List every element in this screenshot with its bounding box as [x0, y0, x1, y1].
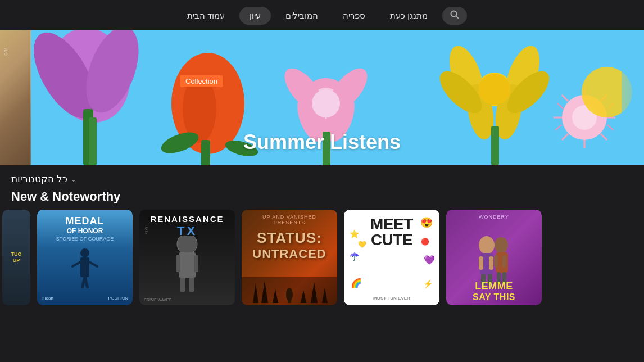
podcasts-row: TUOUP MEDAL OF — [0, 210, 644, 305]
search-icon — [450, 10, 459, 21]
svg-point-46 — [80, 248, 89, 257]
svg-point-72 — [495, 237, 508, 253]
svg-rect-9 — [201, 140, 210, 165]
svg-rect-54 — [176, 255, 180, 272]
nav-item-movies[interactable]: המובילים — [275, 7, 328, 25]
nav-item-library[interactable]: ספריה — [333, 7, 375, 25]
svg-marker-63 — [301, 290, 306, 303]
nav-item-home[interactable]: עמוד הבית — [177, 7, 235, 25]
categories-label: כל הקטגוריות — [11, 173, 67, 185]
hero-title-block: Summer Listens — [210, 130, 434, 154]
nav-item-browse[interactable]: עיון — [239, 7, 271, 25]
search-button[interactable] — [442, 7, 467, 25]
svg-marker-64 — [311, 282, 318, 303]
svg-rect-75 — [502, 255, 506, 268]
svg-marker-59 — [261, 280, 268, 303]
podcast-thumb-lemme-say-this: WONDERY — [446, 210, 542, 305]
svg-marker-60 — [273, 289, 278, 303]
svg-rect-53 — [179, 252, 196, 278]
svg-line-50 — [72, 262, 80, 266]
categories-chevron: ⌄ — [71, 175, 76, 183]
podcast-card-status-untraced[interactable]: UP AND VANISHED PRESENTS STATUS: UNTRACE… — [242, 210, 337, 305]
podcast-thumb-meet-cute: MEET CUTE 😍 ⭐ 💜 ☂️ 🌈 ⚡ 🔴 💛 MOST FUN EVER — [344, 210, 439, 305]
svg-line-51 — [89, 262, 97, 266]
svg-rect-47 — [80, 257, 89, 277]
podcast-thumb-medal-of-honor: MEDAL OF HONOR STORIES OF COURAGE iHeart… — [37, 210, 133, 305]
hero-banner[interactable]: TUO — [0, 30, 644, 165]
svg-rect-57 — [189, 278, 194, 292]
collection-tag: Collection — [180, 75, 223, 87]
svg-line-49 — [85, 277, 88, 288]
hero-title: Summer Listens — [210, 130, 434, 154]
svg-rect-56 — [180, 278, 185, 292]
svg-rect-27 — [491, 126, 499, 165]
podcast-card-lemme-say-this[interactable]: WONDERY — [446, 210, 542, 305]
podcast-card-medal-of-honor[interactable]: MEDAL OF HONOR STORIES OF COURAGE iHeart… — [37, 210, 133, 305]
section-header-row: New & Noteworthy — [0, 189, 644, 210]
podcast-thumb-renaissance-tx: RENAISSANCE TX CRIME WAVES 6' — [139, 210, 235, 305]
svg-point-17 — [312, 89, 340, 117]
svg-rect-62 — [288, 297, 291, 303]
categories-toggle[interactable]: ⌄ כל הקטגוריות — [11, 173, 76, 185]
podcast-card-meet-cute[interactable]: MEET CUTE 😍 ⭐ 💜 ☂️ 🌈 ⚡ 🔴 💛 MOST FUN EVER — [344, 210, 439, 305]
categories-section: ⌄ כל הקטגוריות — [0, 165, 644, 189]
podcast-card-two-up[interactable]: TUOUP — [2, 210, 30, 305]
svg-rect-55 — [194, 255, 198, 272]
svg-rect-74 — [494, 255, 498, 268]
podcast-thumb-two-up: TUOUP — [11, 251, 22, 264]
hero-text-block: Collection — [180, 75, 223, 92]
section-title: New & Noteworthy — [11, 189, 120, 204]
svg-marker-58 — [253, 283, 258, 303]
podcast-card-renaissance-tx[interactable]: RENAISSANCE TX CRIME WAVES 6' — [139, 210, 235, 305]
right-edge — [622, 30, 644, 165]
svg-point-52 — [177, 236, 197, 254]
main-content: New & Noteworthy TUOUP — [0, 189, 644, 305]
svg-rect-68 — [479, 256, 483, 270]
nav-item-playing[interactable]: מתנגן כעת — [380, 7, 438, 25]
podcast-thumb-status-untraced: UP AND VANISHED PRESENTS STATUS: UNTRACE… — [242, 210, 337, 305]
svg-marker-65 — [322, 288, 328, 303]
svg-line-1 — [456, 16, 459, 19]
svg-rect-69 — [489, 256, 493, 270]
svg-point-26 — [479, 74, 510, 105]
svg-rect-10 — [89, 117, 97, 165]
svg-point-66 — [479, 236, 495, 254]
top-navigation: מתנגן כעת ספריה המובילים עיון עמוד הבית — [0, 0, 644, 30]
